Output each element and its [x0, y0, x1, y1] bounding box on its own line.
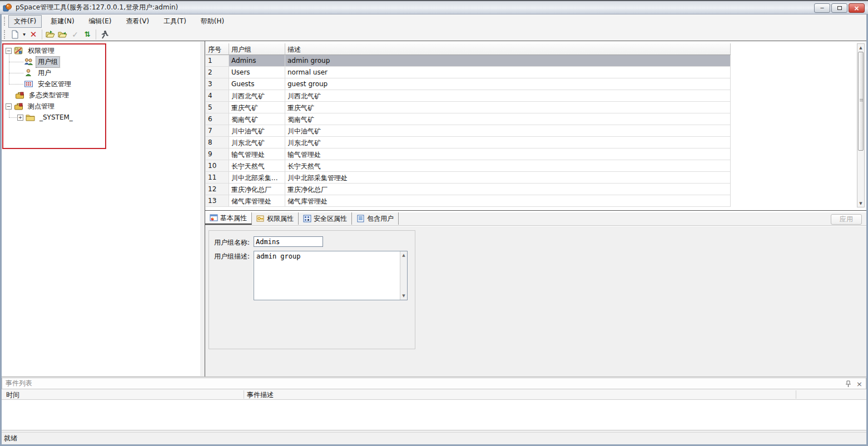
- group-desc-textarea[interactable]: admin group: [254, 251, 400, 300]
- minimize-button[interactable]: ─: [814, 3, 830, 13]
- event-column-time[interactable]: 时间: [6, 390, 19, 400]
- menu-grip: [4, 17, 6, 26]
- scrollbar-thumb[interactable]: [858, 52, 864, 151]
- panel-divider: [205, 210, 866, 211]
- down-arrow-icon: ▼: [402, 294, 405, 298]
- table-row[interactable]: 10 长宁天然气 长宁天然气: [206, 160, 732, 172]
- close-button[interactable]: ×: [849, 3, 865, 13]
- tab-security-zone-properties[interactable]: 安全区属性: [299, 212, 352, 225]
- cell-desc: 川中北部采集管理处: [285, 172, 731, 184]
- menu-edit[interactable]: 编辑(E): [83, 15, 117, 28]
- table-row[interactable]: 3 Guests guest group: [206, 78, 732, 90]
- cell-desc: 长宁天然气: [285, 160, 731, 172]
- tab-permission-properties[interactable]: 权限属性: [252, 212, 299, 225]
- scrollbar-grip: [860, 99, 863, 102]
- toolbar: ▼ ✕ ✓ ⇅: [2, 28, 866, 41]
- table-row[interactable]: 6 蜀南气矿 蜀南气矿: [206, 113, 732, 125]
- table-row[interactable]: 2 Users normal user: [206, 67, 732, 78]
- tree-item-label[interactable]: _SYSTEM_: [38, 113, 75, 122]
- restore-button[interactable]: [831, 3, 847, 13]
- cell-desc: 储气库管理处: [285, 195, 731, 207]
- scroll-down-arrow[interactable]: ▼: [857, 200, 864, 207]
- security-grid-icon: [24, 80, 33, 88]
- cell-group: 重庆净化总厂: [229, 184, 285, 195]
- menu-file[interactable]: 文件(F): [8, 15, 42, 28]
- security-zone-properties-icon: [303, 215, 311, 222]
- cell-no: 9: [206, 148, 229, 160]
- tab-basic-properties[interactable]: 基本属性: [205, 212, 252, 225]
- menu-help[interactable]: 帮助(H): [195, 15, 230, 28]
- table-row[interactable]: 4 川西北气矿 川西北气矿: [206, 90, 732, 102]
- cell-group: 长宁天然气: [229, 160, 285, 172]
- close-panel-icon[interactable]: ×: [856, 380, 862, 388]
- cell-desc: 蜀南气矿: [285, 113, 731, 125]
- user-tool-button[interactable]: [98, 28, 111, 41]
- new-item-button[interactable]: [8, 28, 21, 41]
- save-folder-icon: [58, 30, 68, 39]
- table-row[interactable]: 5 重庆气矿 重庆气矿: [206, 102, 732, 113]
- menu-tools[interactable]: 工具(T): [158, 15, 192, 28]
- new-item-dropdown[interactable]: ▼: [21, 28, 27, 41]
- textarea-scrollbar[interactable]: ▲ ▼: [400, 251, 407, 300]
- cell-no: 11: [206, 172, 229, 184]
- scroll-up-arrow[interactable]: ▲: [857, 44, 864, 51]
- tree-item-label[interactable]: 用户: [36, 68, 53, 78]
- apply-changes-button[interactable]: ✓: [69, 28, 81, 41]
- pin-icon[interactable]: [846, 380, 851, 388]
- table-row[interactable]: 9 输气管理处 输气管理处: [206, 148, 732, 160]
- tree-item-security-zone[interactable]: 安全区管理: [24, 78, 73, 90]
- column-header-group[interactable]: 用户组: [229, 43, 285, 55]
- tree-item-user-groups[interactable]: 用户组: [24, 56, 59, 67]
- tree-item-permission-management[interactable]: − 权限管理: [6, 45, 56, 56]
- cell-desc: 重庆净化总厂: [285, 184, 731, 195]
- cell-no: 3: [206, 78, 229, 90]
- tree-item-poly-type-management[interactable]: 多态类型管理: [15, 90, 71, 101]
- menu-new[interactable]: 新建(N): [45, 15, 80, 28]
- refresh-button[interactable]: ⇅: [81, 28, 93, 41]
- column-header-desc[interactable]: 描述: [285, 43, 731, 55]
- tree-item-label[interactable]: 安全区管理: [36, 79, 73, 90]
- scroll-down-arrow[interactable]: ▼: [400, 293, 407, 299]
- table-vertical-scrollbar[interactable]: ▲ ▼: [857, 43, 865, 207]
- table-row[interactable]: 12 重庆净化总厂 重庆净化总厂: [206, 184, 732, 195]
- tree-item-system-folder[interactable]: + _SYSTEM_: [17, 112, 75, 123]
- tree-item-label-selected[interactable]: 用户组: [36, 57, 59, 67]
- collapse-icon[interactable]: −: [6, 48, 12, 54]
- table-row[interactable]: 1 Admins admin group: [206, 55, 732, 67]
- column-header-no[interactable]: 序号: [206, 43, 229, 55]
- menu-view[interactable]: 查看(V): [121, 15, 155, 28]
- minus-glyph: −: [7, 48, 11, 53]
- column-separator[interactable]: [796, 390, 796, 399]
- collapse-icon[interactable]: −: [6, 103, 12, 110]
- tab-label: 安全区属性: [314, 214, 347, 224]
- event-list-panel: 事件列表 × 时间 事件描述: [2, 376, 866, 432]
- export-config-button[interactable]: [57, 28, 69, 41]
- property-tab-bar: 基本属性 权限属性 安全区属性: [205, 212, 866, 226]
- tree-item-point-management[interactable]: − 测点管理: [6, 101, 56, 112]
- event-panel-titlebar: 事件列表 ×: [2, 378, 866, 389]
- scroll-up-arrow[interactable]: ▲: [400, 252, 407, 259]
- event-column-desc[interactable]: 事件描述: [247, 390, 274, 400]
- tree-item-label[interactable]: 测点管理: [26, 101, 56, 112]
- delete-button[interactable]: ✕: [27, 28, 39, 41]
- table-row[interactable]: 7 川中油气矿 川中油气矿: [206, 125, 732, 137]
- column-separator[interactable]: [244, 390, 244, 399]
- tree-item-label[interactable]: 权限管理: [26, 46, 56, 56]
- table-row[interactable]: 11 川中北部采集... 川中北部采集管理处: [206, 172, 732, 184]
- cell-group: Admins: [229, 55, 285, 67]
- tree-item-users[interactable]: 用户: [24, 67, 53, 78]
- menu-bar: 文件(F) 新建(N) 编辑(E) 查看(V) 工具(T) 帮助(H): [2, 14, 866, 28]
- event-list-body[interactable]: [2, 400, 866, 430]
- tab-included-users[interactable]: 包含用户: [352, 212, 399, 225]
- open-folder-icon: [46, 30, 56, 39]
- table-row[interactable]: 13 储气库管理处 储气库管理处: [206, 195, 732, 207]
- apply-button[interactable]: 应用: [831, 214, 862, 225]
- table-row[interactable]: 8 川东北气矿 川东北气矿: [206, 137, 732, 148]
- import-config-button[interactable]: [44, 28, 57, 41]
- tree-item-label[interactable]: 多态类型管理: [27, 90, 71, 101]
- group-name-input[interactable]: [254, 236, 323, 247]
- cell-group: 重庆气矿: [229, 102, 285, 113]
- user-group-table: 序号 用户组 描述 1 Admins admin group 2 Users n…: [206, 43, 732, 207]
- expand-icon[interactable]: +: [17, 115, 23, 121]
- title-bar[interactable]: pSpace管理工具(服务器:127.0.0.1,登录用户:admin) ─ ×: [0, 0, 868, 14]
